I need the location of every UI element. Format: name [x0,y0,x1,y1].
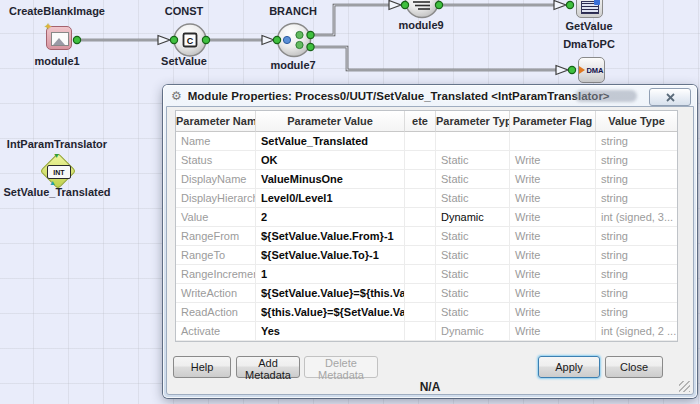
param-name-cell: Value [176,208,256,227]
param-name-cell: ReadAction [176,303,256,322]
close-icon [666,93,675,102]
port-dmatopc-in[interactable] [568,66,575,73]
translator-green-triangle-icon: ▼ [53,152,60,159]
meta-cell [405,265,436,284]
help-button[interactable]: Help [173,356,231,378]
meta-cell [405,189,436,208]
add-metadata-button[interactable]: Add Metadata [236,356,300,378]
node-name-label-setvalue-translated: SetValue_Translated [4,186,111,198]
node-dmatopc[interactable]: DMA [578,57,605,83]
column-header-parameter-type[interactable]: Parameter Type [436,111,510,132]
wire-arrow-icon [556,66,568,75]
column-header-parameter-value[interactable]: Parameter Value [256,111,405,132]
wire-arrow-icon [158,36,170,45]
port-setvalue-out[interactable] [202,36,209,43]
param-value-cell: ValueMinusOne [256,170,405,189]
table-row[interactable]: RangeIncrement 1 Static Write string [176,265,677,284]
meta-cell [405,170,436,189]
param-value-cell: ${SetValue.Value.To}-1 [256,246,405,265]
param-value-cell: ${this.Value}=${SetValue.Value}-1 [256,303,405,322]
column-header-parameter-name[interactable]: Parameter Name [176,111,256,132]
param-type-cell: Static [436,303,510,322]
value-type-cell: int (signed, 2 ... [596,322,677,341]
value-type-cell: string [596,303,677,322]
param-value-cell: OK [256,151,405,170]
node-name-label-module7: module7 [270,59,315,71]
sparkle-icon: ✦ [44,21,52,32]
wire-setvalue-module7 [206,36,274,45]
param-flag-cell: Write [510,265,596,284]
param-type-cell: Static [436,265,510,284]
param-flag-cell: Write [510,151,596,170]
resize-grip[interactable] [679,381,690,392]
param-value-cell: 2 [256,208,405,227]
table-row[interactable]: Value 2 Dynamic Write int (signed, 3... [176,208,677,227]
port-module9-out[interactable] [435,1,442,8]
port-module9-in[interactable] [401,1,408,8]
apply-button[interactable]: Apply [538,356,600,378]
table-row[interactable]: RangeTo ${SetValue.Value.To}-1 Static Wr… [176,246,677,265]
node-type-label-const: CONST [165,5,204,17]
param-value-cell: Level0/Level1 [256,189,405,208]
meta-cell [405,246,436,265]
table-row[interactable]: DisplayHierarchy Level0/Level1 Static Wr… [176,189,677,208]
table-row[interactable]: Status OK Static Write string [176,151,677,170]
param-name-cell: RangeTo [176,246,256,265]
meta-cell [405,151,436,170]
gear-icon: ⚙ [171,90,182,102]
port-module1-out[interactable] [73,36,80,43]
node-module7-body[interactable] [278,24,311,57]
param-type-cell: Dynamic [436,322,510,341]
table-row[interactable]: Activate Yes Dynamic Write int (signed, … [176,322,677,341]
column-header-value-type[interactable]: Value Type [596,111,677,132]
dialog-close-button[interactable] [649,88,691,106]
table-row[interactable]: Name SetValue_Translated string [176,132,677,151]
param-type-cell: Static [436,151,510,170]
param-name-cell: DisplayName [176,170,256,189]
image-icon [51,32,69,46]
param-name-cell: WriteAction [176,284,256,303]
node-name-label-module1: module1 [34,55,79,67]
wire-module7-module9 [310,1,401,36]
port-module7-in[interactable] [273,36,280,43]
const-icon-letter: C [187,36,194,46]
port-setvalue-in[interactable] [170,36,177,43]
module-properties-dialog: ⚙ Module Properties: Process0/UUT/SetVal… [163,85,697,398]
param-flag-cell [510,132,596,151]
wire-module1-setvalue [77,36,170,45]
node-getvalue[interactable] [576,0,603,18]
value-type-cell: string [596,151,677,170]
param-value-cell: ${SetValue.Value}=${this.Value}+1 [256,284,405,303]
table-row[interactable]: DisplayName ValueMinusOne Static Write s… [176,170,677,189]
param-name-cell: RangeFrom [176,227,256,246]
meta-cell [405,132,436,151]
param-name-cell: Status [176,151,256,170]
param-type-cell [436,132,510,151]
port-getvalue-in[interactable] [566,1,573,8]
port-module7-out2[interactable] [307,43,314,50]
table-header-row: Parameter Name Parameter Value ete Param… [176,111,677,132]
wire-module7-dmatopc [310,47,568,75]
dialog-title: Module Properties: Process0/UUT/SetValue… [188,90,610,102]
wire-arrow-icon [554,1,566,10]
meta-cell [405,208,436,227]
column-header-truncated[interactable]: ete [405,111,436,132]
param-type-cell: Static [436,189,510,208]
node-module1[interactable]: ✦ [46,26,72,50]
value-type-cell: string [596,284,677,303]
status-text: N/A [167,380,693,394]
table-row[interactable]: WriteAction ${SetValue.Value}=${this.Val… [176,284,677,303]
table-row[interactable]: ReadAction ${this.Value}=${SetValue.Valu… [176,303,677,322]
close-button[interactable]: Close [605,356,663,378]
column-header-parameter-flag[interactable]: Parameter Flag [510,111,596,132]
value-type-cell: string [596,246,677,265]
param-value-cell: 1 [256,265,405,284]
param-value-cell: SetValue_Translated [256,132,405,151]
table-row[interactable]: RangeFrom ${SetValue.Value.From}-1 Stati… [176,227,677,246]
blue-chip-icon [594,0,600,5]
node-name-label-module9: module9 [398,19,443,31]
port-module7-out1[interactable] [307,31,314,38]
param-type-cell: Static [436,227,510,246]
wire-module9-getvalue [439,1,566,10]
wire-arrow-icon [262,36,274,45]
